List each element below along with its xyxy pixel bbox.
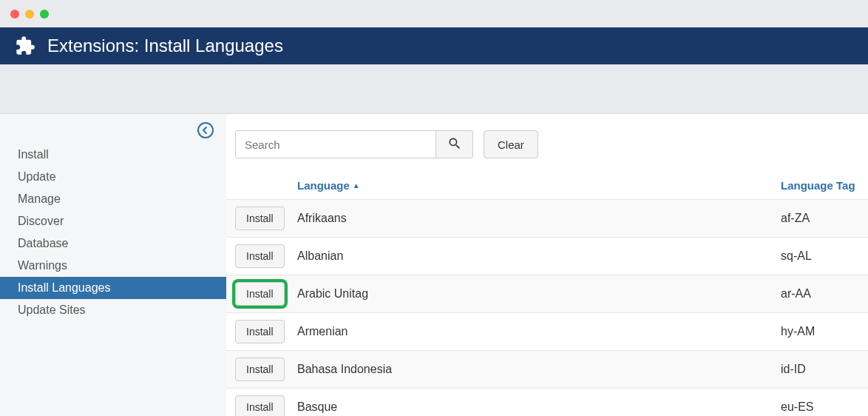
- language-tag: hy-AM: [781, 325, 868, 338]
- window-min-dot[interactable]: [25, 10, 34, 19]
- search-button[interactable]: [436, 130, 473, 158]
- language-name: Bahasa Indonesia: [297, 363, 781, 376]
- column-install: [226, 179, 297, 192]
- search-icon: [447, 136, 462, 153]
- page-header: Extensions: Install Languages: [0, 27, 868, 64]
- window-max-dot[interactable]: [40, 10, 49, 19]
- sidebar-item-update-sites[interactable]: Update Sites: [0, 299, 226, 321]
- search-input[interactable]: [235, 130, 436, 158]
- language-name: Albanian: [297, 249, 781, 263]
- language-tag: af-ZA: [781, 212, 868, 225]
- main-panel: Clear Language ▲ Language Tag InstallAfr…: [226, 113, 868, 416]
- language-name: Basque: [297, 400, 781, 414]
- install-button[interactable]: Install: [235, 282, 285, 306]
- column-language-label: Language: [297, 179, 350, 192]
- sidebar-item-update[interactable]: Update: [0, 166, 226, 188]
- install-button[interactable]: Install: [235, 207, 285, 230]
- svg-point-0: [198, 123, 213, 138]
- install-button[interactable]: Install: [235, 320, 285, 343]
- language-name: Arabic Unitag: [297, 287, 781, 301]
- language-tag: eu-ES: [781, 400, 868, 414]
- sidebar-item-discover[interactable]: Discover: [0, 210, 226, 232]
- puzzle-icon: [15, 36, 35, 56]
- table-row: InstallArabic Unitagar-AA: [226, 275, 868, 312]
- column-language-tag[interactable]: Language Tag: [781, 179, 868, 192]
- collapse-sidebar-icon[interactable]: [197, 121, 214, 139]
- table-row: InstallBahasa Indonesiaid-ID: [226, 350, 868, 388]
- table-row: InstallAlbaniansq-AL: [226, 237, 868, 275]
- table-row: InstallArmenianhy-AM: [226, 312, 868, 350]
- sidebar-item-database[interactable]: Database: [0, 232, 226, 255]
- sidebar-item-install[interactable]: Install: [0, 144, 226, 166]
- table-row: InstallAfrikaansaf-ZA: [226, 199, 868, 237]
- sidebar-item-warnings[interactable]: Warnings: [0, 255, 226, 277]
- sort-asc-icon: ▲: [353, 181, 360, 189]
- sidebar: InstallUpdateManageDiscoverDatabaseWarni…: [0, 113, 226, 416]
- sidebar-item-install-languages[interactable]: Install Languages: [0, 277, 226, 299]
- install-button[interactable]: Install: [235, 358, 285, 381]
- table-row: InstallBasqueeu-ES: [226, 388, 868, 416]
- language-name: Armenian: [297, 325, 781, 338]
- install-button[interactable]: Install: [235, 244, 285, 268]
- clear-button[interactable]: Clear: [484, 130, 538, 158]
- window-close-dot[interactable]: [10, 10, 19, 19]
- sidebar-item-manage[interactable]: Manage: [0, 188, 226, 210]
- language-tag: ar-AA: [781, 287, 868, 301]
- column-language[interactable]: Language ▲: [297, 179, 781, 192]
- window-titlebar: [0, 0, 868, 27]
- page-title: Extensions: Install Languages: [47, 36, 283, 56]
- toolbar-area: [0, 64, 868, 113]
- language-tag: sq-AL: [781, 249, 868, 263]
- language-name: Afrikaans: [297, 212, 781, 225]
- install-button[interactable]: Install: [235, 395, 285, 416]
- language-tag: id-ID: [781, 363, 868, 376]
